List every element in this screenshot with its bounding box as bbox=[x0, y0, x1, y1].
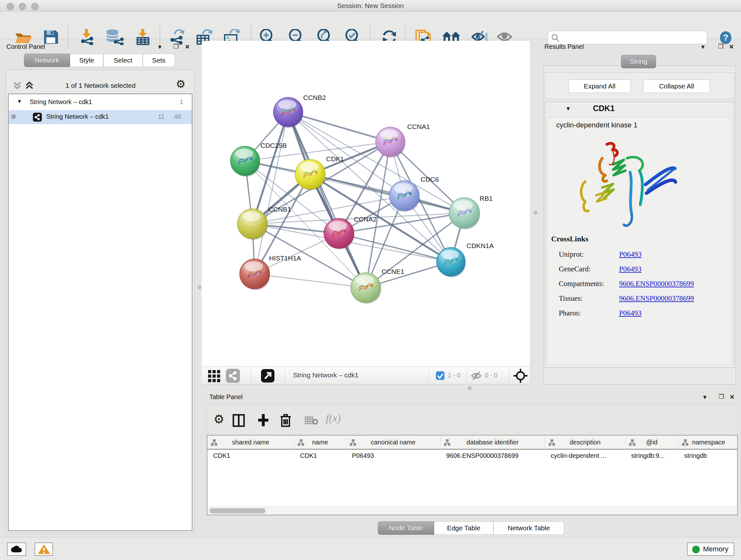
network-options-gear-icon[interactable]: ⚙ bbox=[176, 78, 185, 90]
node-label: CCNB1 bbox=[268, 206, 291, 213]
network-canvas[interactable]: CCNB2CCNA1CDC25BCDK1CDC6RB1CCNB1CCNA2CDK… bbox=[202, 41, 530, 367]
tab-edge-table[interactable]: Edge Table bbox=[434, 521, 493, 535]
table-cell[interactable]: CDK1 bbox=[300, 452, 346, 459]
control-panel-float-icon[interactable]: ❒ bbox=[173, 43, 179, 50]
column-header-id[interactable]: @id bbox=[625, 435, 678, 449]
tab-network[interactable]: Network bbox=[24, 54, 70, 67]
network-row-label: String Network – cdk1 bbox=[46, 113, 109, 120]
function-builder-icon[interactable]: f(x) bbox=[326, 412, 341, 424]
network-tab-body: 1 of 1 Network selected ⚙ ▼ String Netwo… bbox=[6, 70, 195, 533]
show-columns-icon[interactable] bbox=[232, 414, 245, 427]
network-view-dot-icon bbox=[11, 114, 16, 119]
crosslink-label: Pharos: bbox=[559, 309, 581, 317]
network-collection-row[interactable]: ▼ String Network – cdk1 1 bbox=[9, 96, 192, 110]
crosslink-link[interactable]: 9606.ENSP00000378699 bbox=[619, 294, 694, 303]
add-column-icon[interactable] bbox=[257, 414, 270, 427]
network-node-ccna2[interactable] bbox=[324, 219, 354, 249]
table-cell[interactable]: stringdb bbox=[684, 452, 738, 459]
network-node-ccne1[interactable] bbox=[351, 273, 381, 304]
table-cell[interactable]: stringdb:9... bbox=[631, 452, 678, 459]
column-header-sharedname[interactable]: shared name bbox=[207, 435, 294, 449]
table-panel-float-icon[interactable]: ❒ bbox=[719, 393, 724, 400]
control-panel-menu-icon[interactable]: ▾ bbox=[158, 43, 161, 51]
navigator-crosshair-icon[interactable] bbox=[513, 368, 528, 383]
open-in-window-icon[interactable] bbox=[261, 369, 274, 382]
network-edge[interactable] bbox=[288, 112, 390, 142]
delete-column-trash-icon[interactable] bbox=[280, 414, 291, 427]
grid-view-icon[interactable] bbox=[207, 369, 221, 382]
memory-button[interactable]: Memory bbox=[687, 543, 734, 556]
network-node-cdc6[interactable] bbox=[389, 181, 420, 212]
network-row-selected[interactable]: String Network – cdk1 11 48 bbox=[9, 110, 192, 124]
crosslink-link[interactable]: P06493 bbox=[619, 250, 642, 259]
table-cell[interactable]: 9606.ENSP00000378699 bbox=[446, 452, 544, 459]
horizontal-splitter-handle[interactable] bbox=[468, 386, 472, 390]
network-node-hist1h1a[interactable] bbox=[240, 259, 270, 290]
tab-string-results[interactable]: String bbox=[621, 55, 656, 68]
results-panel: Results Panel ▾ ❒ ✕ String Expand All Co… bbox=[542, 40, 738, 385]
network-view-title: String Network – cdk1 bbox=[293, 371, 358, 379]
network-selected-info: 1 of 1 Network selected bbox=[6, 82, 195, 89]
network-node-cdk1[interactable] bbox=[295, 159, 326, 190]
network-node-cdkn1a[interactable] bbox=[436, 247, 466, 277]
network-edge[interactable] bbox=[255, 274, 366, 288]
left-splitter-handle[interactable] bbox=[198, 286, 201, 289]
table-cell[interactable]: cyclin-dependent ... bbox=[551, 452, 625, 459]
node-label: CDC25B bbox=[260, 142, 287, 149]
column-header-canonicalname[interactable]: canonical name bbox=[346, 435, 441, 449]
crosslink-label: Tissues: bbox=[559, 294, 583, 303]
node-label: HIST1H1A bbox=[269, 254, 301, 262]
network-share-view-icon[interactable] bbox=[226, 369, 240, 383]
expand-collapse-box: Expand All Collapse All bbox=[545, 72, 734, 99]
network-collection-label: String Network – cdk1 bbox=[30, 98, 92, 106]
selected-checkbox-icon[interactable] bbox=[436, 371, 445, 380]
right-splitter-handle[interactable] bbox=[534, 211, 537, 214]
crosslink-link[interactable]: P06493 bbox=[619, 265, 642, 273]
results-panel-float-icon[interactable]: ❒ bbox=[718, 43, 724, 50]
tab-network-table[interactable]: Network Table bbox=[493, 521, 564, 535]
network-node-rb1[interactable] bbox=[449, 198, 480, 229]
table-panel-menu-icon[interactable]: ▾ bbox=[703, 393, 706, 401]
tab-style[interactable]: Style bbox=[70, 54, 104, 67]
table-horizontal-scrollbar[interactable] bbox=[207, 506, 737, 515]
control-panel-close-icon[interactable]: ✕ bbox=[185, 43, 190, 51]
window-title: Session: New Session bbox=[0, 2, 741, 10]
collapse-all-button[interactable]: Collapse All bbox=[643, 79, 710, 93]
network-view-toolbar: String Network – cdk1 1 - 0 0 - 0 bbox=[202, 367, 530, 384]
crosslink-link[interactable]: P06493 bbox=[619, 309, 642, 317]
table-cell[interactable]: CDK1 bbox=[213, 452, 293, 459]
bar-separator bbox=[285, 368, 285, 383]
column-header-databaseidentifier[interactable]: database identifier bbox=[441, 435, 545, 449]
collapse-collection-icon[interactable]: ▼ bbox=[17, 99, 22, 105]
table-panel-close-icon[interactable]: ✕ bbox=[730, 393, 735, 401]
string-network-icon bbox=[33, 113, 42, 122]
network-edge[interactable] bbox=[310, 174, 464, 213]
table-settings-gear-icon[interactable]: ⚙ bbox=[213, 412, 224, 426]
column-header-name[interactable]: name bbox=[294, 435, 346, 449]
network-edge[interactable] bbox=[255, 112, 288, 274]
crosslink-link[interactable]: 9606.ENSP00000378699 bbox=[619, 280, 694, 288]
tab-select[interactable]: Select bbox=[104, 54, 143, 67]
column-label: name bbox=[294, 439, 346, 446]
results-panel-menu-icon[interactable]: ▾ bbox=[701, 43, 704, 51]
main-toolbar: ? bbox=[0, 11, 741, 39]
node-label: CCNB2 bbox=[303, 94, 326, 101]
network-node-ccna1[interactable] bbox=[376, 127, 405, 158]
table-cell[interactable]: P06493 bbox=[352, 452, 440, 459]
tab-node-table[interactable]: Node Table bbox=[378, 521, 434, 535]
delete-table-icon[interactable] bbox=[305, 416, 319, 426]
scrollbar-thumb[interactable] bbox=[209, 508, 266, 513]
network-node-cdc25b[interactable] bbox=[230, 146, 260, 177]
warning-status-button[interactable] bbox=[35, 543, 53, 556]
string-network-graph[interactable]: CCNB2CCNA1CDC25BCDK1CDC6RB1CCNB1CCNA2CDK… bbox=[202, 41, 530, 367]
tab-sets[interactable]: Sets bbox=[143, 54, 175, 67]
expand-all-button[interactable]: Expand All bbox=[568, 79, 631, 93]
column-header-namespace[interactable]: namespace bbox=[678, 435, 738, 449]
node-count: 11 bbox=[158, 113, 165, 120]
network-node-ccnb1[interactable] bbox=[238, 209, 268, 240]
collapse-card-icon[interactable]: ▼ bbox=[565, 106, 571, 112]
cloud-status-button[interactable] bbox=[7, 543, 26, 556]
column-header-description[interactable]: description bbox=[545, 435, 625, 449]
results-panel-close-icon[interactable]: ✕ bbox=[729, 43, 734, 51]
hidden-eye-slash-icon[interactable] bbox=[471, 371, 483, 381]
